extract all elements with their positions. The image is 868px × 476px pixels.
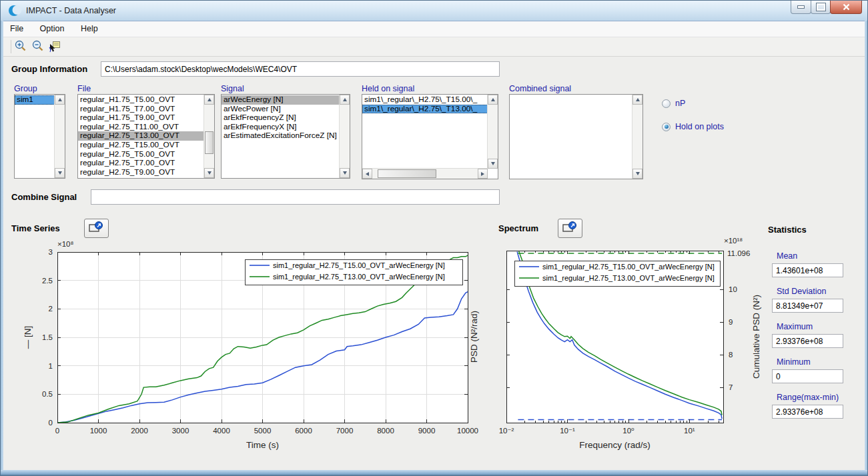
group-information-path-field[interactable] (101, 61, 500, 77)
scrollbar-thumb[interactable] (378, 169, 436, 178)
svg-text:2000: 2000 (131, 427, 148, 435)
zoom-in-icon[interactable] (14, 39, 29, 54)
held-horizontal-scrollbar[interactable] (362, 168, 488, 179)
list-item[interactable]: arEkfFrequencyZ [N] (222, 113, 340, 123)
scrollbar-track[interactable] (488, 105, 498, 159)
close-button[interactable] (830, 1, 862, 14)
svg-text:1000: 1000 (90, 427, 107, 435)
maximize-button[interactable] (811, 1, 831, 14)
combined-scrollbar[interactable] (632, 95, 642, 179)
svg-text:10¹: 10¹ (684, 427, 695, 435)
radio-icon[interactable] (662, 99, 671, 108)
maximum-label: Maximum (777, 322, 813, 331)
list-item[interactable]: regular_H1.75_T9.00_OVT (78, 113, 204, 123)
arrow-up-icon (207, 98, 211, 101)
scrollbar-down-button[interactable] (204, 168, 214, 178)
datatip-icon[interactable] (47, 39, 62, 54)
list-item[interactable]: regular_H2.75_T13.00_OVT (78, 131, 204, 141)
svg-text:×10¹⁸: ×10¹⁸ (724, 237, 743, 245)
scrollbar-up-button[interactable] (55, 95, 65, 105)
scrollbar-up-button[interactable] (488, 95, 498, 105)
list-item[interactable]: arWecPower [N] (222, 105, 340, 114)
scrollbar-down-button[interactable] (488, 159, 498, 169)
signal-listbox[interactable]: arWecEnergy [N]arWecPower [N]arEkfFreque… (221, 94, 350, 179)
svg-text:Cumulative PSD (N²): Cumulative PSD (N²) (751, 295, 761, 379)
combine-signal-label: Combine Signal (11, 192, 77, 202)
scrollbar-up-button[interactable] (204, 95, 214, 105)
minimum-label: Minimum (777, 357, 811, 367)
minimum-value-field[interactable] (772, 369, 843, 383)
menu-file[interactable]: File (3, 21, 30, 37)
list-item[interactable]: sim1\_regular\_H2.75\_T13.00\_ (362, 105, 488, 114)
signal-scrollbar[interactable] (339, 95, 350, 178)
toolbar (3, 37, 865, 57)
signal-list-label: Signal (221, 84, 244, 93)
std-deviation-value-field[interactable] (772, 299, 843, 313)
scrollbar-track[interactable] (55, 105, 65, 168)
combined-signal-label: Combined signal (509, 84, 571, 93)
list-item[interactable]: regular_H2.75_T11.00_OVT (78, 123, 204, 132)
scrollbar-track[interactable] (372, 169, 478, 179)
minimize-icon (797, 5, 805, 9)
maximize-icon (817, 3, 825, 11)
list-item[interactable]: arEstimatedExcitationForceZ [N] (222, 131, 340, 141)
scrollbar-track[interactable] (632, 105, 642, 169)
menu-help[interactable]: Help (74, 21, 105, 37)
list-item[interactable]: regular_H2.75_T9.00_OVT (78, 168, 204, 177)
list-item[interactable]: sim1\_regular\_H2.75\_T15.00\_ (362, 95, 488, 105)
list-item[interactable]: regular_H1.75_T7.00_OVT (78, 105, 204, 114)
svg-text:1.5: 1.5 (42, 333, 53, 341)
mean-value-field[interactable] (772, 263, 843, 277)
menu-option[interactable]: Option (33, 21, 71, 37)
arrow-up-icon (636, 98, 640, 101)
svg-text:0.5: 0.5 (42, 390, 53, 398)
list-item[interactable]: regular_H3.75_T11.00_OVT (78, 177, 204, 178)
group-listbox[interactable]: sim1 (14, 94, 65, 179)
arrow-down-icon (636, 172, 640, 175)
combine-signal-field[interactable] (91, 189, 500, 205)
list-item[interactable]: arEkfFrequencyX [N] (222, 123, 340, 132)
scrollbar-down-button[interactable] (632, 169, 642, 179)
arrow-down-icon (207, 171, 211, 175)
file-listbox[interactable]: regular_H1.75_T5.00_OVTregular_H1.75_T7.… (77, 94, 215, 179)
scrollbar-up-button[interactable] (340, 95, 350, 105)
hold-on-plots-radio[interactable]: Hold on plots (662, 122, 724, 131)
range-value-field[interactable] (772, 405, 843, 419)
group-scrollbar[interactable] (54, 95, 65, 178)
scrollbar-track[interactable] (340, 105, 350, 168)
spectrum-title: Spectrum (498, 223, 538, 233)
svg-text:7: 7 (729, 383, 733, 391)
np-radio[interactable]: nP (662, 99, 685, 108)
held-on-signal-listbox[interactable]: sim1\_regular\_H2.75\_T15.00\_sim1\_regu… (362, 94, 498, 179)
scrollbar-left-button[interactable] (362, 169, 372, 179)
scrollbar-thumb[interactable] (205, 131, 213, 154)
arrow-up-icon (343, 98, 347, 101)
list-item[interactable]: arWecEnergy [N] (222, 95, 340, 105)
arrow-left-icon (366, 172, 369, 176)
zoom-out-icon[interactable] (31, 39, 46, 54)
held-vertical-scrollbar[interactable] (487, 95, 498, 169)
scrollbar-right-button[interactable] (478, 169, 488, 179)
svg-text:8000: 8000 (377, 427, 394, 435)
combined-signal-listbox[interactable] (509, 94, 643, 179)
radio-icon[interactable] (662, 123, 671, 131)
list-item[interactable]: regular_H2.75_T7.00_OVT (78, 159, 204, 168)
scrollbar-down-button[interactable] (55, 168, 65, 178)
range-label: Range(max-min) (777, 393, 839, 402)
list-item[interactable]: regular_H1.75_T5.00_OVT (78, 95, 204, 105)
maximum-value-field[interactable] (772, 334, 843, 348)
list-item[interactable]: regular_H2.75_T5.00_OVT (78, 150, 204, 159)
svg-text:Time (s): Time (s) (246, 440, 279, 450)
file-scrollbar[interactable] (203, 95, 214, 178)
list-item[interactable]: regular_H2.75_T15.00_OVT (78, 141, 204, 150)
scrollbar-track[interactable] (204, 105, 214, 168)
statistics-title: Statistics (768, 225, 807, 235)
svg-text:×10⁸: ×10⁸ (57, 240, 74, 248)
list-item[interactable]: sim1 (15, 95, 55, 105)
scrollbar-up-button[interactable] (632, 95, 642, 105)
scrollbar-down-button[interactable] (340, 168, 350, 178)
svg-text:9: 9 (729, 318, 733, 326)
held-on-signal-label: Held on signal (362, 84, 414, 93)
svg-text:11.096: 11.096 (727, 249, 750, 257)
minimize-button[interactable] (791, 1, 811, 14)
